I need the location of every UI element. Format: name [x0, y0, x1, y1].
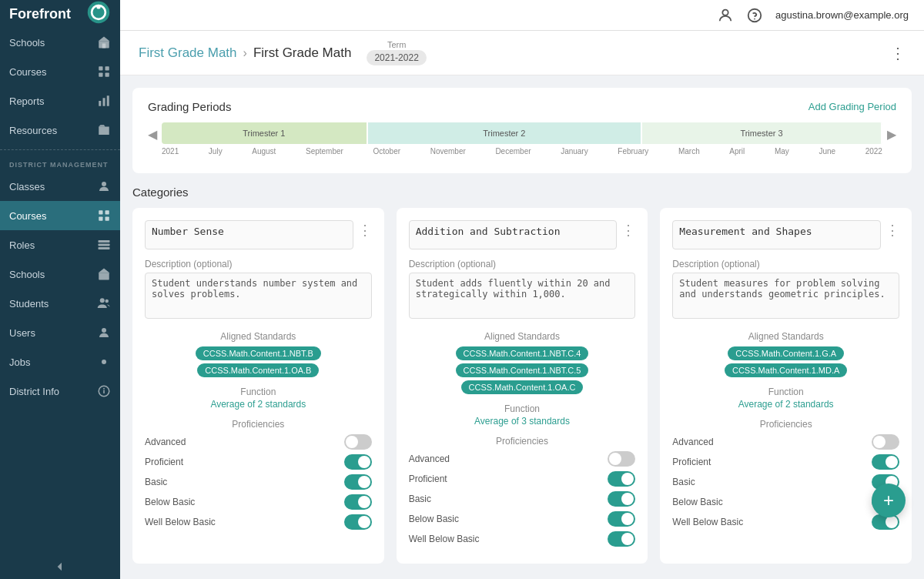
add-grading-period-button[interactable]: Add Grading Period	[808, 101, 896, 112]
proficiency-row-1-1: Proficient	[409, 471, 636, 487]
proficiency-toggle-1-4[interactable]	[608, 531, 635, 547]
proficiency-name-0-2: Basic	[145, 477, 167, 487]
svg-rect-17	[105, 217, 109, 221]
standards-list-0: CCSS.Math.Content.1.NBT.BCCSS.Math.Conte…	[145, 346, 372, 377]
proficiency-toggle-0-4[interactable]	[344, 514, 372, 530]
aligned-standards-label-0: Aligned Standards	[145, 331, 372, 342]
sidebar-item-district-info[interactable]: District Info	[0, 377, 120, 406]
toggle-knob-2-4	[886, 516, 898, 528]
categories-title: Categories	[132, 186, 912, 199]
svg-point-31	[722, 9, 728, 15]
function-value-1[interactable]: Average of 3 standards	[409, 416, 636, 427]
standards-list-1: CCSS.Math.Content.1.NBT.C.4CCSS.Math.Con…	[409, 346, 636, 394]
district-management-label: DISTRICT MANAGEMENT	[0, 155, 120, 172]
proficiency-row-0-3: Below Basic	[145, 494, 372, 510]
proficiency-toggle-2-1[interactable]	[872, 454, 899, 470]
svg-rect-19	[99, 244, 110, 246]
timeline-prev-button[interactable]: ◀	[148, 127, 157, 142]
sidebar-item-schools[interactable]: Schools	[0, 28, 120, 57]
app-logo	[86, 0, 111, 25]
proficiency-toggle-2-0[interactable]	[872, 434, 899, 450]
function-value-2[interactable]: Average of 2 standards	[672, 399, 899, 410]
proficiency-toggle-0-1[interactable]	[344, 454, 372, 470]
cat-desc-input-2[interactable]: Student measures for problem solving and…	[672, 273, 899, 319]
cat-desc-input-1[interactable]: Student adds fluently within 20 and stra…	[409, 273, 636, 319]
toggle-knob-1-3	[621, 513, 634, 525]
resources-icon	[97, 123, 111, 137]
svg-rect-10	[99, 101, 101, 106]
sidebar-item-courses-district[interactable]: Courses	[0, 201, 120, 230]
cat-menu-button-2[interactable]: ⋮	[886, 222, 899, 239]
standard-badge-2-1[interactable]: CCSS.Math.Content.1.MD.A	[725, 363, 847, 377]
month-2021: 2021	[162, 147, 179, 156]
help-icon[interactable]	[746, 7, 763, 24]
sidebar-item-schools-district[interactable]: Schools	[0, 259, 120, 289]
proficiency-toggle-0-3[interactable]	[344, 494, 372, 510]
proficiency-name-2-2: Basic	[672, 477, 695, 487]
function-label-0: Function	[145, 387, 372, 397]
proficiency-toggle-1-1[interactable]	[608, 471, 635, 487]
sidebar-item-students[interactable]: Students	[0, 289, 120, 318]
standard-badge-2-0[interactable]: CCSS.Math.Content.1.G.A	[728, 346, 844, 360]
cat-menu-button-1[interactable]: ⋮	[621, 222, 635, 239]
grading-periods-header: Grading Periods Add Grading Period	[148, 100, 896, 113]
proficiency-name-0-3: Below Basic	[145, 497, 195, 507]
svg-marker-22	[99, 269, 110, 273]
avatar-icon[interactable]	[717, 7, 734, 24]
more-options-button[interactable]: ⋮	[890, 44, 906, 62]
add-fab-button[interactable]: +	[872, 484, 906, 517]
proficiency-toggle-1-2[interactable]	[608, 491, 635, 507]
function-label-1: Function	[409, 403, 636, 414]
sidebar-item-courses-top[interactable]: Courses	[0, 57, 120, 86]
month-march: March	[678, 147, 700, 156]
proficiency-toggle-0-0[interactable]	[344, 434, 372, 450]
courses-top-icon	[97, 65, 111, 79]
sidebar-item-jobs[interactable]: Jobs	[0, 347, 120, 377]
cat-name-input-1[interactable]: Addition and Subtraction	[409, 220, 618, 249]
cat-desc-label-1: Description (optional)	[409, 259, 636, 269]
sidebar-item-roles[interactable]: Roles	[0, 230, 120, 259]
cat-name-input-2[interactable]: Measurement and Shapes	[672, 220, 881, 249]
proficiency-row-1-4: Well Below Basic	[409, 531, 636, 547]
grading-periods-title: Grading Periods	[148, 100, 231, 113]
sidebar-item-users[interactable]: Users	[0, 318, 120, 347]
trimester-2[interactable]: Trimester 2	[368, 122, 642, 144]
standard-badge-1-1[interactable]: CCSS.Math.Content.1.NBT.C.5	[456, 363, 589, 377]
district-info-icon	[97, 384, 111, 398]
trimester-1[interactable]: Trimester 1	[162, 122, 368, 144]
proficiency-toggle-1-3[interactable]	[608, 511, 635, 527]
function-value-0[interactable]: Average of 2 standards	[145, 399, 372, 410]
cat-menu-button-0[interactable]: ⋮	[358, 222, 372, 239]
jobs-icon	[97, 355, 111, 369]
proficiency-toggle-1-0[interactable]	[608, 451, 635, 467]
schools-icon	[97, 35, 111, 49]
standard-badge-1-2[interactable]: CCSS.Math.Content.1.OA.C	[461, 380, 584, 394]
timeline-next-button[interactable]: ▶	[887, 127, 896, 142]
sidebar-item-classes[interactable]: Classes	[0, 172, 120, 201]
proficiencies-label-1: Proficiencies	[409, 436, 636, 447]
month-2022: 2022	[865, 147, 882, 156]
month-august: August	[252, 147, 276, 156]
topbar: agustina.brown@example.org	[120, 0, 924, 31]
standard-badge-1-0[interactable]: CCSS.Math.Content.1.NBT.C.4	[456, 346, 589, 360]
collapse-button[interactable]	[0, 554, 120, 579]
svg-rect-7	[105, 66, 109, 70]
proficiency-name-1-1: Proficient	[409, 474, 447, 484]
proficiency-row-0-1: Proficient	[145, 454, 372, 470]
standards-list-2: CCSS.Math.Content.1.G.ACCSS.Math.Content…	[672, 346, 899, 377]
toggle-knob-0-1	[358, 456, 370, 468]
proficiency-name-2-0: Advanced	[672, 437, 713, 447]
toggle-knob-1-0	[609, 453, 621, 465]
breadcrumb-parent[interactable]: First Grade Math	[139, 45, 237, 61]
proficiency-row-2-0: Advanced	[672, 434, 899, 450]
trimester-3[interactable]: Trimester 3	[642, 122, 882, 144]
term-badge[interactable]: 2021-2022	[367, 50, 426, 65]
proficiency-toggle-0-2[interactable]	[344, 474, 372, 490]
standard-badge-0-1[interactable]: CCSS.Math.Content.1.OA.B	[197, 363, 319, 377]
sidebar-item-resources[interactable]: Resources	[0, 115, 120, 145]
sidebar-item-reports[interactable]: Reports	[0, 86, 120, 115]
cat-name-input-0[interactable]: Number Sense	[145, 220, 353, 249]
standard-badge-0-0[interactable]: CCSS.Math.Content.1.NBT.B	[196, 346, 321, 360]
proficiency-name-2-4: Well Below Basic	[672, 517, 743, 527]
cat-desc-input-0[interactable]: Student understands number system and so…	[145, 273, 372, 319]
